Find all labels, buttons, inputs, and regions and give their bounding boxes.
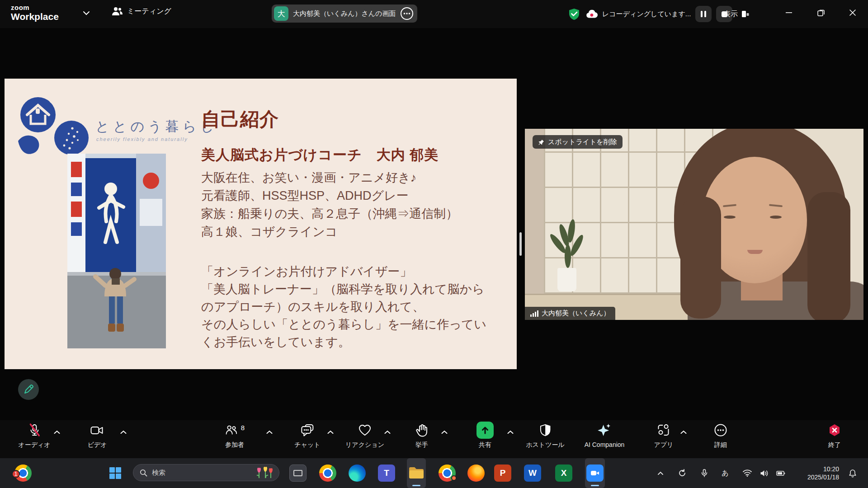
participants-options-caret[interactable] — [266, 430, 273, 434]
taskbar-excel-icon[interactable]: X — [555, 458, 572, 488]
folder-icon — [408, 466, 425, 480]
ai-companion-button[interactable]: AI Companion — [585, 420, 625, 458]
windows-logo-icon — [108, 466, 122, 480]
start-button[interactable] — [108, 458, 122, 488]
activity-line: のアプローチ）のスキルを取り入れて、 — [201, 298, 486, 316]
chat-icon — [300, 420, 315, 440]
annotate-pencil-button[interactable] — [18, 379, 39, 400]
audio-button[interactable]: オーディオ — [18, 420, 50, 458]
chat-button[interactable]: チャット — [294, 420, 320, 458]
titlebar: zoom Workplace ミーティング 大 大内郁美（いくみん）さんの画面 — [0, 0, 868, 28]
logo-zoom-text: zoom — [11, 4, 59, 11]
taskbar-search-box[interactable]: 検索 — [133, 464, 279, 481]
scroll-indicator[interactable] — [519, 232, 522, 256]
ai-companion-label: AI Companion — [585, 441, 625, 448]
end-meeting-label: 終了 — [828, 441, 841, 449]
apps-button[interactable]: アプリ — [654, 420, 674, 458]
plant-leaf — [565, 244, 571, 268]
recording-status-text: レコーディングしています... — [602, 10, 691, 19]
chat-options-caret[interactable] — [327, 430, 334, 434]
profile-line: 高１娘、コザクラインコ — [201, 223, 458, 241]
host-tools-button[interactable]: ホストツール — [526, 420, 565, 458]
slide-activity-text: 「オンラインお片付けアドバイザー」 「美人脳トレーナー」（脳科学を取り入れて脳か… — [201, 263, 486, 351]
reactions-button[interactable]: リアクション — [345, 420, 384, 458]
more-button[interactable]: 詳細 — [713, 420, 728, 458]
taskbar-teams-icon[interactable]: T — [378, 458, 395, 488]
tray-ime-indicator[interactable]: あ — [722, 458, 728, 488]
teams-icon: T — [378, 465, 395, 482]
recording-indicator: レコーディングしています... — [568, 0, 732, 28]
camera-icon — [90, 420, 104, 440]
tray-wifi-icon[interactable] — [743, 458, 752, 488]
taskbar-zoom-icon[interactable] — [585, 458, 605, 488]
raise-hand-label: 挙手 — [415, 441, 428, 449]
meeting-toolbar: オーディオ ビデオ 8 参加者 — [0, 420, 868, 458]
teams-letter: T — [384, 468, 389, 478]
powerpoint-icon: P — [494, 465, 511, 482]
tray-volume-icon[interactable] — [760, 458, 769, 488]
host-tools-label: ホストツール — [526, 441, 565, 449]
edge-icon — [349, 465, 366, 482]
participants-count: 8 — [241, 424, 245, 432]
minimize-button[interactable] — [774, 0, 803, 25]
view-button-label: 表示 — [723, 9, 738, 19]
room-pillar — [525, 129, 544, 320]
tray-battery-icon[interactable] — [776, 458, 785, 488]
workspace-dropdown-caret[interactable] — [83, 11, 90, 15]
taskbar-file-explorer-icon[interactable] — [407, 458, 426, 488]
pause-recording-button[interactable] — [695, 6, 712, 22]
taskbar-edge-icon[interactable] — [349, 458, 366, 488]
tray-notification-bell-icon[interactable] — [849, 458, 857, 488]
audio-label: オーディオ — [18, 441, 50, 449]
restore-window-button[interactable] — [807, 0, 835, 25]
search-icon — [140, 469, 147, 477]
activity-line: その人らしい「ととのう暮らし」を一緒に作ってい — [201, 316, 486, 333]
word-icon: W — [524, 465, 541, 482]
brand-tagline: cheerily flexibly and naturally — [96, 136, 188, 142]
raise-hand-options-caret[interactable] — [441, 430, 448, 434]
taskbar-powerpoint-icon[interactable]: P — [494, 458, 511, 488]
brand-name: ととのう暮らし — [95, 117, 217, 136]
excel-letter: X — [561, 468, 567, 478]
video-options-caret[interactable] — [120, 430, 127, 434]
tab-more-icon[interactable] — [400, 7, 414, 20]
audio-options-caret[interactable] — [54, 430, 61, 434]
chat-label: チャット — [294, 441, 320, 449]
taskbar-firefox-icon[interactable] — [467, 458, 485, 488]
shared-screen-tab-label: 大内郁美（いくみん）さんの画面 — [293, 9, 396, 18]
shared-screen-slide: ととのう暮らし cheerily flexibly and naturally … — [5, 79, 517, 369]
meeting-tab-label: ミーティング — [127, 7, 171, 16]
view-button[interactable]: 表示 — [723, 0, 749, 28]
profile-photo — [67, 154, 166, 348]
tray-microphone-icon[interactable] — [701, 458, 708, 488]
taskbar-chrome-profile2-icon[interactable] — [439, 458, 456, 488]
participants-button[interactable]: 8 参加者 — [225, 420, 245, 458]
taskbar-browser-profile-icon[interactable]: 1 — [14, 458, 32, 488]
ai-sparkle-icon — [597, 420, 612, 440]
person-mouth — [747, 250, 763, 254]
share-screen-button[interactable]: 共有 — [476, 420, 494, 458]
shared-screen-tab[interactable]: 大 大内郁美（いくみん）さんの画面 — [272, 5, 417, 23]
tray-sync-icon[interactable] — [678, 458, 686, 488]
meeting-tab[interactable]: ミーティング — [111, 6, 171, 16]
security-shield-icon[interactable] — [568, 8, 580, 20]
apps-options-caret[interactable] — [680, 430, 687, 434]
close-button[interactable] — [838, 0, 867, 25]
participants-label: 参加者 — [225, 441, 244, 449]
tray-expand-chevron[interactable] — [657, 458, 664, 488]
participant-name-label[interactable]: 大内郁美（いくみん） — [525, 307, 615, 320]
open-app-indicator — [412, 485, 420, 486]
end-meeting-button[interactable]: 終了 — [827, 420, 842, 458]
taskbar-clock[interactable]: 10:20 2025/01/18 — [807, 458, 839, 488]
reactions-options-caret[interactable] — [384, 430, 391, 434]
person-hair-left — [680, 197, 721, 319]
raise-hand-button[interactable]: 挙手 — [415, 420, 429, 458]
host-tools-shield-icon — [538, 420, 552, 440]
taskbar-word-icon[interactable]: W — [524, 458, 541, 488]
share-options-caret[interactable] — [507, 430, 514, 434]
apps-label: アプリ — [654, 441, 674, 449]
remove-spotlight-button[interactable]: スポットライトを削除 — [533, 135, 623, 149]
taskbar-chrome-icon[interactable] — [319, 458, 336, 488]
video-button[interactable]: ビデオ — [88, 420, 107, 458]
taskbar-task-view-icon[interactable] — [289, 458, 307, 488]
